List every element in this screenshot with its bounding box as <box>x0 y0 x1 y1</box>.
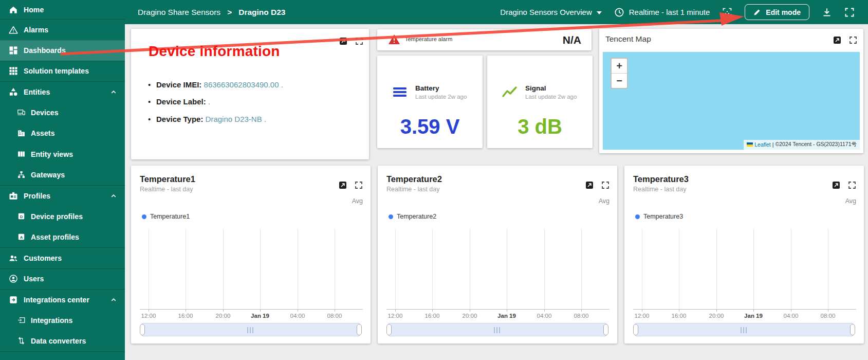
x-tick: 08:00 <box>810 313 846 319</box>
chart-plot-area: 12:00 16:00 20:00 Jan 19 04:00 08:00 <box>378 166 617 344</box>
sidebar-item-data-converters[interactable]: Data converters <box>0 331 125 351</box>
breadcrumb-parent[interactable]: Dragino Share Sensors <box>138 8 220 17</box>
signal-last-update: Last update 2w ago <box>525 94 577 100</box>
signal-title: Signal <box>525 84 577 92</box>
slider-handle-left[interactable] <box>140 324 145 335</box>
dashboard-icon <box>8 45 19 56</box>
top-bar: Dragino Share Sensors > Dragino D23 Drag… <box>125 0 868 24</box>
battery-card: Battery Last update 2w ago 3.59 V <box>377 56 483 148</box>
badge-icon <box>8 191 19 201</box>
widget-fullscreen-icon[interactable] <box>355 37 363 45</box>
sidebar-item-solution-templates[interactable]: Solution templates <box>0 61 125 81</box>
x-tick-major: Jan 19 <box>735 313 771 319</box>
warning-icon <box>8 25 19 35</box>
pencil-icon <box>753 8 761 16</box>
fullscreen-icon[interactable] <box>844 7 855 17</box>
device-info-card: Device IMEI: 863663062803490.00 . Device… <box>131 29 369 159</box>
breadcrumb-separator: > <box>227 8 232 17</box>
widget-fullscreen-icon[interactable] <box>849 36 857 44</box>
battery-level-icon <box>392 85 409 99</box>
signal-trend-icon <box>502 85 519 99</box>
download-icon[interactable] <box>822 7 832 17</box>
sidebar-item-asset-profiles[interactable]: A Asset profiles <box>0 227 125 247</box>
slider-handle-right[interactable] <box>603 324 608 335</box>
home-icon <box>8 5 19 15</box>
x-tick: 16:00 <box>414 313 450 319</box>
sidebar-item-users[interactable]: Users <box>0 268 125 289</box>
thingsboard-dashboard: Home Alarms Dashboards Solution template… <box>0 0 868 360</box>
export-icon[interactable] <box>833 36 841 44</box>
building-icon <box>17 129 26 137</box>
map-zoom-control: + − <box>611 58 628 89</box>
network-icon <box>17 170 26 179</box>
sidebar-item-alarms[interactable]: Alarms <box>0 19 125 40</box>
dashboard-select[interactable]: Dragino Sensors Overview <box>500 8 601 16</box>
input-icon <box>17 316 26 325</box>
sidebar-item-entities[interactable]: Entities <box>0 81 125 102</box>
sidebar-item-assets[interactable]: Assets <box>0 123 125 143</box>
device-imei-row: Device IMEI: 863663062803490.00 . <box>156 80 283 89</box>
slider-handle-left[interactable] <box>386 324 392 335</box>
time-range-slider[interactable] <box>388 323 607 336</box>
sidebar-item-integrations-center[interactable]: Integrations center <box>0 289 125 310</box>
signal-value: 3 dB <box>487 115 593 138</box>
edit-mode-button[interactable]: Edit mode <box>745 4 809 20</box>
chevron-up-icon[interactable] <box>109 191 118 201</box>
chevron-up-icon[interactable] <box>109 295 118 304</box>
sidebar-item-device-profiles[interactable]: D Device profiles <box>0 206 125 227</box>
signal-card: Signal Last update 2w ago 3 dB <box>487 56 593 148</box>
slider-grip[interactable] <box>494 327 501 333</box>
battery-last-update: Last update 2w ago <box>415 94 467 100</box>
devices-icon <box>17 108 26 117</box>
export-icon[interactable] <box>339 37 347 45</box>
screenshot-icon[interactable] <box>722 7 732 17</box>
chevron-up-icon[interactable] <box>109 87 118 97</box>
shapes-icon <box>8 87 19 97</box>
time-window-button[interactable]: Realtime - last 1 minute <box>614 7 710 17</box>
time-range-slider[interactable] <box>141 323 360 336</box>
alarm-title: Temperature alarm <box>405 36 452 42</box>
x-tick: 16:00 <box>661 313 697 319</box>
grid-icon <box>8 66 19 76</box>
x-tick-major: Jan 19 <box>242 313 278 319</box>
device-type-row: Device Type: Dragino D23-NB . <box>156 115 266 123</box>
slider-handle-left[interactable] <box>633 324 638 335</box>
slider-handle-right[interactable] <box>850 324 855 335</box>
leaflet-link[interactable]: Leaflet <box>754 141 771 148</box>
zoom-in-button[interactable]: + <box>612 59 627 74</box>
sidebar-item-profiles[interactable]: Profiles <box>0 185 125 206</box>
sidebar-item-customers[interactable]: Customers <box>0 247 125 268</box>
x-tick: 20:00 <box>205 313 241 319</box>
map-attribution: Leaflet | ©2024 Tencent - GS(2023)1171号 <box>744 140 860 150</box>
people-icon <box>8 253 19 263</box>
battery-value: 3.59 V <box>377 115 483 138</box>
divider <box>0 351 125 352</box>
tencent-map-card: Tencent Map + − Leaflet | ©2024 Tencent … <box>599 29 863 153</box>
temperature-alarm-card: Temperature alarm N/A <box>377 29 592 50</box>
x-tick: 12:00 <box>131 313 167 319</box>
device-label-row: Device Label: . <box>156 97 210 106</box>
sidebar-item-integrations[interactable]: Integrations <box>0 310 125 331</box>
map-canvas[interactable]: + − Leaflet | ©2024 Tencent - GS(2023)11… <box>603 52 860 150</box>
x-tick: 20:00 <box>698 313 734 319</box>
x-tick: 12:00 <box>377 313 413 319</box>
slider-grip[interactable] <box>741 327 748 333</box>
slider-grip[interactable] <box>247 327 254 333</box>
x-tick: 20:00 <box>452 313 488 319</box>
sidebar-item-entity-views[interactable]: Entity views <box>0 143 125 165</box>
sidebar-item-gateways[interactable]: Gateways <box>0 165 125 185</box>
breadcrumb: Dragino Share Sensors > Dragino D23 <box>138 8 286 17</box>
time-range-slider[interactable] <box>635 323 854 336</box>
columns-icon <box>17 150 26 158</box>
clock-icon <box>614 7 624 17</box>
sidebar-item-home[interactable]: Home <box>0 0 125 19</box>
temperature1-chart-card: Temperature1 Realtime - last day Avg Tem… <box>131 166 371 344</box>
zoom-out-button[interactable]: − <box>612 74 627 88</box>
user-circle-icon <box>8 274 19 284</box>
slider-handle-right[interactable] <box>357 324 362 335</box>
sidebar-item-dashboards[interactable]: Dashboards <box>0 40 125 61</box>
transform-icon <box>17 336 26 345</box>
sidebar-item-devices[interactable]: Devices <box>0 102 125 123</box>
chart-plot-area: 12:00 16:00 20:00 Jan 19 04:00 08:00 <box>624 166 864 344</box>
x-tick: 04:00 <box>773 313 809 319</box>
